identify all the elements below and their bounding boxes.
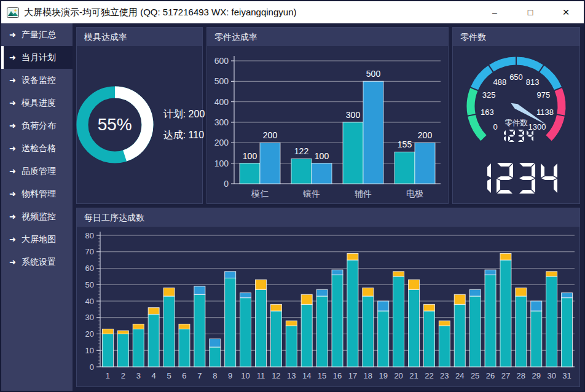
panel-title: 每日工序达成数 [84,213,144,222]
panel-header: 零件数 [453,28,579,46]
svg-text:10: 10 [241,371,249,380]
svg-text:6: 6 [182,371,186,380]
sidebar-item-load-distribution[interactable]: ➜负荷分布 [1,114,73,137]
svg-text:155: 155 [398,139,412,149]
panel-title: 零件达成率 [214,32,257,42]
sidebar-item-label: 送检合格 [22,143,56,154]
app-window: 大屏模块演示-均可独立使用 (QQ: 517216493 WX: feiyang… [0,0,585,392]
svg-text:80: 80 [85,231,94,240]
panel-mold-rate: 模具达成率 55% 计划: 200 达成: 110 [76,27,203,204]
parts-gauge-chart: 016332548865081397511381300零件数 [453,46,579,160]
svg-text:813: 813 [526,77,540,87]
arrow-icon: ➜ [9,189,16,198]
svg-text:电极: 电极 [406,189,423,198]
panel-header: 零件达成率 [207,28,448,46]
svg-text:300: 300 [346,110,361,120]
sidebar-item-production-summary[interactable]: ➜产量汇总 [1,23,73,46]
svg-text:122: 122 [294,146,309,156]
close-button[interactable]: × [548,1,584,23]
svg-text:200: 200 [214,138,229,147]
svg-text:975: 975 [536,90,550,100]
sidebar-item-label: 视频监控 [22,211,56,222]
svg-text:40: 40 [85,297,94,306]
svg-text:650: 650 [509,73,523,82]
svg-text:辅件: 辅件 [355,189,372,198]
svg-text:325: 325 [482,90,496,100]
mold-donut-chart: 55% [74,84,155,165]
svg-text:18: 18 [364,371,372,380]
sidebar-item-material-management[interactable]: ➜物料管理 [1,182,73,205]
sidebar-item-system-settings[interactable]: ➜系统设置 [1,251,73,273]
sidebar-item-video-monitor[interactable]: ➜视频监控 [1,205,73,228]
sidebar-item-bigscreen-map[interactable]: ➜大屏地图 [1,228,73,251]
sidebar-item-label: 品质管理 [22,166,56,177]
svg-text:30: 30 [547,371,556,380]
sidebar-item-label: 大屏地图 [22,234,56,245]
panel-header: 模具达成率 [77,28,202,46]
svg-text:500: 500 [366,69,381,79]
arrow-icon: ➜ [9,167,16,176]
minimize-button[interactable]: – [477,1,512,23]
panel-title: 模具达成率 [84,32,127,42]
svg-text:14: 14 [302,371,311,380]
done-label: 达成: 110 [163,125,205,146]
svg-text:7: 7 [197,371,202,380]
svg-text:10: 10 [85,346,94,355]
arrow-icon: ➜ [9,235,16,244]
svg-text:1: 1 [106,371,110,380]
svg-text:488: 488 [493,77,506,87]
daily-bar-chart: 0102030405060708012345678910111213141516… [77,227,579,385]
svg-text:200: 200 [418,130,433,140]
arrow-icon: ➜ [9,212,16,221]
svg-text:15: 15 [318,371,326,380]
svg-text:17: 17 [348,371,357,380]
svg-text:19: 19 [379,371,387,380]
svg-text:0: 0 [90,363,94,372]
parts-bar-chart: 0100200300400500600100200模仁122100镶件30050… [207,46,448,203]
svg-text:12: 12 [272,371,280,380]
app-logo-icon [7,7,19,18]
svg-text:163: 163 [481,108,494,117]
svg-text:400: 400 [214,97,229,107]
svg-text:70: 70 [85,247,94,256]
svg-text:100: 100 [214,159,229,168]
title-bar: 大屏模块演示-均可独立使用 (QQ: 517216493 WX: feiyang… [1,1,584,23]
maximize-button[interactable]: □ [512,1,548,23]
svg-text:16: 16 [333,371,342,380]
sidebar-item-mold-progress[interactable]: ➜模具进度 [1,92,73,114]
svg-text:11: 11 [257,371,265,380]
svg-text:13: 13 [287,371,296,380]
svg-text:1138: 1138 [536,108,554,117]
panel-parts-count: 零件数 016332548865081397511381300零件数 [452,27,580,204]
sidebar-item-label: 系统设置 [22,257,56,268]
sidebar-item-quality-management[interactable]: ➜品质管理 [1,160,73,182]
donut-percent-label: 55% [74,84,155,165]
svg-text:4: 4 [152,371,156,380]
sidebar-item-label: 物料管理 [22,189,56,200]
svg-text:0: 0 [224,179,229,189]
svg-text:22: 22 [425,371,433,380]
window-controls: – □ × [477,1,584,23]
svg-text:23: 23 [440,371,449,380]
svg-text:3: 3 [136,371,141,380]
sidebar-item-device-monitor[interactable]: ➜设备监控 [1,69,73,92]
svg-text:20: 20 [394,371,402,380]
svg-text:200: 200 [263,130,278,140]
svg-text:25: 25 [471,371,479,380]
sidebar-item-label: 产量汇总 [22,29,56,41]
svg-text:模仁: 模仁 [251,189,269,198]
sidebar-item-label: 模具进度 [22,98,56,109]
arrow-icon: ➜ [9,121,16,130]
svg-text:100: 100 [243,151,257,161]
svg-text:600: 600 [214,56,229,66]
dashboard-main: 模具达成率 55% 计划: 200 达成: 110 零件达成率 [73,23,584,391]
svg-text:31: 31 [562,371,571,380]
svg-text:0: 0 [493,122,497,131]
sidebar: ➜产量汇总 ➜当月计划 ➜设备监控 ➜模具进度 ➜负荷分布 ➜送检合格 ➜品质管… [1,23,73,391]
svg-text:镶件: 镶件 [302,189,320,198]
svg-text:零件数: 零件数 [505,119,528,127]
svg-text:5: 5 [167,371,171,380]
sidebar-item-inspection-pass[interactable]: ➜送检合格 [1,137,73,160]
svg-text:24: 24 [455,371,464,380]
sidebar-item-monthly-plan[interactable]: ➜当月计划 [1,46,73,69]
